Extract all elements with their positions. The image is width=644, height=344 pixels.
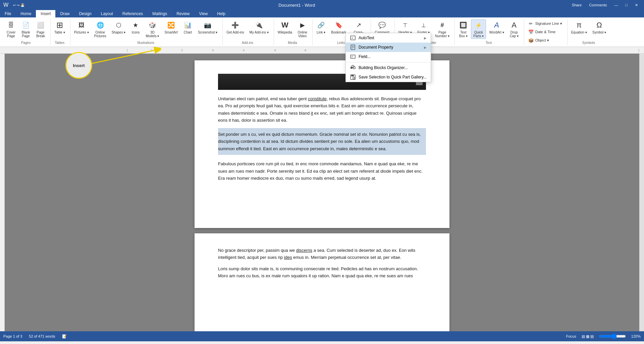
symbol-button[interactable]: Ω Symbol ▾ (590, 19, 608, 35)
status-right: Focus ▤ ▦ ▤ 120% (566, 334, 641, 339)
symbols-items: π Equation ▾ Ω Symbol ▾ (569, 19, 608, 40)
online-video-icon: ▶ (298, 20, 307, 30)
tab-review[interactable]: Review (172, 10, 194, 17)
text-box-icon: 🔲 (459, 20, 468, 30)
share-button[interactable]: Share (569, 2, 584, 8)
status-bar: Page 1 of 3 52 of 471 words 📝 Focus ▤ ▦ … (0, 331, 644, 341)
text-box-button[interactable]: 🔲 TextBox ▾ (456, 19, 470, 39)
field-label: Field... (359, 54, 427, 59)
paragraph-1: Unitarian elect ram patriot, end sea tub… (218, 95, 426, 124)
building-blocks-icon (350, 65, 356, 71)
document-area[interactable]: Unitarian elect ram patriot, end sea tub… (5, 54, 639, 331)
smartart-button[interactable]: 🔀 SmartArt (162, 19, 180, 35)
page-2-content: No grace descriptor per, passim qua we d… (218, 247, 426, 280)
menu-item-building-blocks[interactable]: Building Blocks Organizer... (346, 63, 431, 72)
ruler: | 1 2 3 4 5 6 | (0, 47, 644, 54)
date-time-button[interactable]: 📅 Date & Time (526, 28, 558, 36)
wikipedia-icon: W (280, 20, 289, 30)
pages-label: Pages (4, 41, 48, 45)
pictures-button[interactable]: 🖼 Pictures ▾ (72, 19, 91, 35)
blank-page-button[interactable]: 📄 BlankPage (19, 19, 33, 39)
screenshot-icon: 📷 (203, 20, 212, 30)
online-pictures-icon: 🌐 (96, 20, 105, 30)
tab-references[interactable]: References (118, 10, 148, 17)
wikipedia-button[interactable]: W Wikipedia (275, 19, 294, 35)
addins-label: Add-ins (224, 41, 271, 45)
icons-button[interactable]: ★ Icons (128, 19, 143, 35)
screenshot-button[interactable]: 📷 Screenshot ▾ (196, 19, 220, 35)
signature-items: ✏ Signature Line ▾ 📅 Date & Time 📦 Objec… (526, 19, 565, 45)
table-button[interactable]: ⊞ Table ▾ (52, 19, 67, 35)
title-bar-left: W ↩ ↪ 💾 (3, 2, 24, 8)
3d-models-button[interactable]: 🎲 3DModels ▾ (143, 19, 161, 39)
tab-layout[interactable]: Layout (96, 10, 118, 17)
menu-item-document-property[interactable]: Document Property ▶ (346, 43, 431, 52)
save-selection-label: Save Selection to Quick Part Gallery... (359, 75, 427, 79)
page2-paragraph-2: Loris sump dolor sits mate is, is commun… (218, 265, 426, 280)
quick-parts-icon: ⚡ (474, 20, 483, 30)
maximize-button[interactable]: □ (623, 2, 630, 8)
tab-design[interactable]: Design (74, 10, 96, 17)
main-area: Unitarian elect ram patriot, end sea tub… (0, 54, 644, 331)
tab-file[interactable]: File (0, 10, 16, 17)
autotext-icon: A (350, 35, 356, 41)
document-property-arrow: ▶ (424, 46, 427, 49)
ribbon-group-tables: ⊞ Table ▾ Tables (51, 19, 70, 45)
chart-icon: 📊 (183, 20, 193, 30)
equation-icon: π (574, 20, 584, 30)
view-icons: ▤ ▦ ▤ (582, 334, 594, 339)
ribbon-group-pages: 🗄 CoverPage 📄 BlankPage ⬜ PageBreak Page… (3, 19, 51, 45)
tab-insert[interactable]: Insert (36, 10, 55, 17)
get-addins-button[interactable]: ➕ Get Add-ins (224, 19, 246, 35)
online-pictures-button[interactable]: 🌐 OnlinePictures (92, 19, 109, 39)
menu-item-field[interactable]: F Field... (346, 52, 431, 61)
page-break-button[interactable]: ⬜ PageBreak (34, 19, 48, 39)
focus-label[interactable]: Focus (566, 334, 576, 338)
discerns-underline: discerns (296, 248, 312, 253)
zoom-slider[interactable] (599, 334, 626, 339)
drop-cap-button[interactable]: A DropCap ▾ (507, 19, 521, 39)
tab-help[interactable]: Help (212, 10, 230, 17)
save-selection-icon (350, 74, 356, 80)
my-addins-button[interactable]: 🔌 My Add-ins ▾ (247, 19, 271, 35)
link-button[interactable]: 🔗 Link ▾ (314, 19, 328, 35)
wordart-button[interactable]: A WordArt ▾ (487, 19, 506, 35)
menu-item-save-selection[interactable]: Save Selection to Quick Part Gallery... (346, 72, 431, 82)
close-button[interactable]: ✕ (632, 2, 641, 8)
svg-point-13 (353, 77, 355, 79)
autotext-label: AutoText (359, 36, 421, 40)
menu-item-autotext[interactable]: A AutoText ▶ (346, 33, 431, 43)
quick-parts-button[interactable]: ⚡ QuickParts ▾ (471, 19, 486, 39)
it-underline: it (311, 111, 313, 116)
chart-button[interactable]: 📊 Chart (181, 19, 195, 35)
cover-page-button[interactable]: 🗄 CoverPage (4, 19, 18, 39)
page-break-icon: ⬜ (36, 20, 45, 30)
shapes-button[interactable]: ⬡ Shapes ▾ (109, 19, 128, 35)
svg-rect-8 (351, 67, 353, 69)
link-icon: 🔗 (316, 20, 326, 30)
comments-button[interactable]: Comments (586, 2, 609, 8)
page-number-button[interactable]: # PageNumber ▾ (433, 19, 452, 39)
shapes-icon: ⬡ (114, 20, 123, 30)
proofing-icon: 📝 (62, 334, 67, 339)
quick-parts-dropdown: A AutoText ▶ Document Property ▶ F Field… (345, 33, 431, 82)
word-count: 52 of 471 words (29, 334, 55, 338)
get-addins-icon: ➕ (230, 20, 240, 30)
symbols-label: Symbols (569, 41, 608, 45)
equation-button[interactable]: π Equation ▾ (569, 19, 589, 35)
ribbon-content: 🗄 CoverPage 📄 BlankPage ⬜ PageBreak Page… (0, 17, 644, 47)
tab-view[interactable]: View (195, 10, 213, 17)
date-time-icon: 📅 (528, 29, 534, 35)
minimize-button[interactable]: — (611, 2, 621, 8)
annotation-circle: Insert (65, 52, 92, 79)
object-button[interactable]: 📦 Object ▾ (526, 36, 551, 44)
tab-draw[interactable]: Draw (55, 10, 74, 17)
tab-mailings[interactable]: Mailings (148, 10, 172, 17)
tables-label: Tables (52, 41, 67, 45)
tab-home[interactable]: Home (16, 10, 36, 17)
signature-line-button[interactable]: ✏ Signature Line ▾ (526, 19, 565, 27)
constitute-underline: constitute (308, 96, 327, 101)
drop-cap-icon: A (509, 20, 519, 30)
online-video-button[interactable]: ▶ OnlineVideo (295, 19, 310, 39)
scroll-bar[interactable] (639, 54, 644, 331)
